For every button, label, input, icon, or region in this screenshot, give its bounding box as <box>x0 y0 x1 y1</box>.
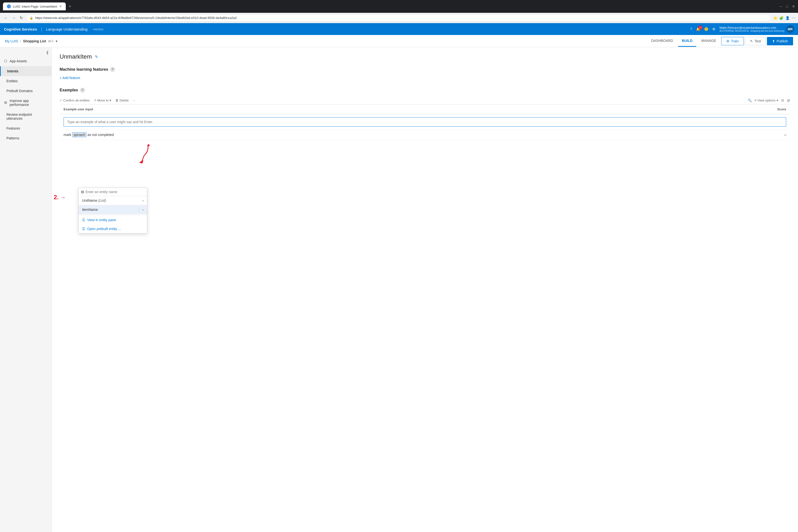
at-icon: @ <box>787 98 790 102</box>
sidebar-item-prebuilt-domains[interactable]: Prebuilt Domains <box>0 86 52 96</box>
user-avatar[interactable]: MR <box>786 25 794 33</box>
sidebar-patterns-label: Patterns <box>6 136 19 140</box>
filter-icon: ⊟ <box>781 98 784 102</box>
publish-button[interactable]: ⬆ Publish <box>767 37 793 45</box>
utterance-cell: mark spinach as not completed <box>60 130 626 140</box>
svg-point-1 <box>148 144 150 146</box>
tab-manage[interactable]: MANAGE <box>697 35 720 47</box>
table-row: mark spinach as not completed – <box>60 130 790 140</box>
move-label: Move to <box>97 98 109 102</box>
delete-button[interactable]: 🗑 Delete <box>115 98 129 102</box>
sidebar-item-review[interactable]: Review endpoint utterances <box>0 110 52 124</box>
minimize-button[interactable]: ─ <box>780 4 782 8</box>
open-prebuilt-entity-action[interactable]: ☰ Open prebuilt entity ... <box>79 224 147 233</box>
close-tab-button[interactable]: ✕ <box>59 5 62 8</box>
address-bar: ← → ↻ 🔒 https://www.luis.ai/applications… <box>0 13 798 23</box>
train-button[interactable]: ⚙ Train <box>721 37 744 45</box>
browser-tab[interactable]: LUIS: Intent Page: UnmarkItem ✕ <box>3 2 66 10</box>
sidebar-item-improve[interactable]: ⚙ Improve app performance <box>0 96 52 110</box>
breadcrumb-root[interactable]: My LUIS <box>5 39 18 43</box>
entity-search-input[interactable] <box>86 190 145 194</box>
app-assets-icon: ⬡ <box>4 59 7 63</box>
search-button[interactable]: 🔍 <box>748 98 752 102</box>
sidebar-item-app-assets[interactable]: ⬡ App Assets <box>0 56 52 66</box>
user-info: Malte.Reimann@studentambassadors.com AUT… <box>719 25 794 33</box>
entity-dropdown: ⊟ UnitName (List) › ItemName | › ☰ View … <box>78 188 147 233</box>
dropdown-search-row: ⊟ <box>79 188 147 196</box>
test-icon: ✎ <box>750 39 753 43</box>
view-entity-pane-icon: ☰ <box>82 218 85 222</box>
emoji-icon[interactable]: 🙂 <box>704 27 708 31</box>
back-button[interactable]: ← <box>3 15 9 21</box>
unitname-type: (List) <box>97 198 106 203</box>
profile-icon[interactable]: 👤 <box>785 16 790 20</box>
toolbar-right: 🔍 ≡ View options ▾ ⊟ @ <box>748 98 790 102</box>
view-in-entity-pane-action[interactable]: ☰ View in entity pane <box>79 215 147 224</box>
refresh-button[interactable]: ↻ <box>19 15 24 21</box>
collapse-sidebar-button[interactable]: ⟪ <box>46 50 49 55</box>
utterance-input[interactable] <box>63 117 786 127</box>
move-chevron-icon: ▾ <box>110 98 111 102</box>
maximize-button[interactable]: □ <box>786 4 788 8</box>
sidebar-improve-label: Improve app performance <box>10 99 48 107</box>
reader-mode-icon[interactable]: ⭐ <box>773 16 777 20</box>
examples-help-icon[interactable]: ? <box>80 88 85 93</box>
more-options-button[interactable]: ··· <box>133 98 135 102</box>
tab-title: LUIS: Intent Page: UnmarkItem <box>13 5 57 8</box>
utterance-text-after: as not completed <box>87 133 114 137</box>
header-separator: | <box>41 26 42 32</box>
breadcrumb-dropdown-icon[interactable]: ▾ <box>56 39 57 43</box>
sidebar-item-intents[interactable]: Intents <box>0 66 52 76</box>
entity-tag-spinach[interactable]: spinach <box>72 132 87 137</box>
sidebar-review-label: Review endpoint utterances <box>6 113 48 120</box>
sidebar-item-patterns[interactable]: Patterns <box>0 133 52 143</box>
filter-button[interactable]: ⊟ <box>781 98 784 102</box>
header-icons: ? 🔔 13 🙂 ⚙ Malte.Reimann@studentambassad… <box>690 25 794 33</box>
extensions-icon[interactable]: 🧩 <box>779 16 783 20</box>
url-text: https://www.luis.ai/applications/e7763af… <box>35 16 237 20</box>
test-button[interactable]: ✎ Test <box>745 37 766 45</box>
view-options-button[interactable]: ≡ View options ▾ <box>755 98 778 102</box>
utterance-input-row <box>60 114 790 130</box>
ml-features-title: Machine learning features <box>60 67 108 72</box>
add-feature-button[interactable]: + Add feature <box>60 76 790 80</box>
settings-icon[interactable]: ⚙ <box>712 27 716 31</box>
sidebar: ⟪ ⬡ App Assets Intents Entities Prebuilt… <box>0 47 52 532</box>
tab-dashboard[interactable]: DASHBOARD <box>647 35 677 47</box>
url-box[interactable]: 🔒 https://www.luis.ai/applications/e7763… <box>26 14 771 21</box>
sidebar-app-assets-label: App Assets <box>10 59 27 63</box>
breadcrumb-version: v0.1 <box>48 39 54 43</box>
dropdown-item-itemname[interactable]: ItemName | › <box>79 205 147 214</box>
delete-icon: 🗑 <box>115 98 118 102</box>
dropdown-item-unitname[interactable]: UnitName (List) › <box>79 196 147 205</box>
examples-toolbar: ✓ Confirm all entities ↗ Move to ▾ 🗑 Del… <box>60 97 790 104</box>
close-button[interactable]: ✕ <box>792 4 795 8</box>
more-icon[interactable]: ⋯ <box>792 16 795 20</box>
ml-features-help-icon[interactable]: ? <box>110 67 115 72</box>
at-button[interactable]: @ <box>787 98 790 102</box>
sidebar-item-entities[interactable]: Entities <box>0 76 52 86</box>
browser-chrome: LUIS: Intent Page: UnmarkItem ✕ + ─ □ ✕ <box>0 0 798 13</box>
sidebar-item-features[interactable]: Features <box>0 124 52 133</box>
breadcrumb-app: Shopping List <box>23 39 46 43</box>
examples-table: Example user input Score mark spinach as… <box>60 104 790 140</box>
annotation-svg <box>126 143 155 173</box>
confirm-entities-button[interactable]: ✓ Confirm all entities <box>60 98 90 102</box>
move-to-button[interactable]: ↗ Move to ▾ <box>94 98 111 102</box>
edit-title-icon[interactable]: ✎ <box>95 54 98 59</box>
help-icon[interactable]: ? <box>690 27 692 31</box>
utterance-text-before: mark <box>63 133 72 137</box>
notification-bell[interactable]: 🔔 13 <box>696 27 700 31</box>
tab-build[interactable]: BUILD <box>678 35 697 47</box>
itemname-pipe: | <box>139 208 140 212</box>
itemname-label: ItemName <box>82 208 98 212</box>
examples-title: Examples <box>60 88 78 92</box>
move-icon: ↗ <box>94 98 96 102</box>
svg-marker-0 <box>139 160 143 164</box>
new-tab-button[interactable]: + <box>69 4 72 9</box>
col-input-header: Example user input <box>60 104 626 114</box>
main-layout: ⟪ ⬡ App Assets Intents Entities Prebuilt… <box>0 47 798 532</box>
table-header-row: Example user input Score <box>60 104 790 114</box>
forward-button[interactable]: → <box>11 15 17 21</box>
publish-icon: ⬆ <box>772 39 775 43</box>
